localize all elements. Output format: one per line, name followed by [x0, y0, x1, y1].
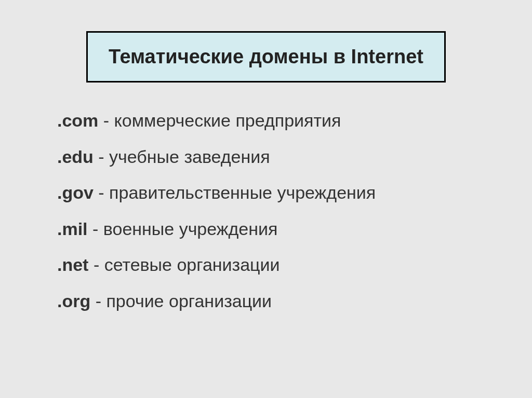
domain-description: - военные учреждения: [88, 219, 278, 239]
domain-name: .com: [57, 111, 98, 130]
domain-name: .org: [57, 291, 90, 311]
title-box: Тематические домены в Internet: [86, 31, 446, 83]
domain-name: .mil: [57, 219, 88, 239]
domain-name: .edu: [57, 147, 94, 167]
domain-description: - коммерческие предприятия: [98, 111, 341, 130]
slide-title: Тематические домены в Internet: [109, 46, 423, 68]
domain-description: - сетевые организации: [88, 255, 280, 275]
domain-description: - прочие организации: [90, 291, 272, 311]
domain-item: .net - сетевые организации: [57, 253, 496, 278]
domain-description: - учебные заведения: [94, 147, 270, 167]
domain-item: .gov - правительственные учреждения: [57, 181, 496, 205]
domain-name: .gov: [57, 183, 94, 202]
domain-name: .net: [57, 255, 88, 275]
domain-item: .mil - военные учреждения: [57, 217, 496, 242]
domain-item: .org - прочие организации: [57, 289, 496, 314]
domain-item: .edu - учебные заведения: [57, 145, 496, 170]
domain-description: - правительственные учреждения: [94, 183, 376, 202]
domain-list: .com - коммерческие предприятия .edu - у…: [36, 108, 496, 314]
domain-item: .com - коммерческие предприятия: [57, 108, 496, 133]
